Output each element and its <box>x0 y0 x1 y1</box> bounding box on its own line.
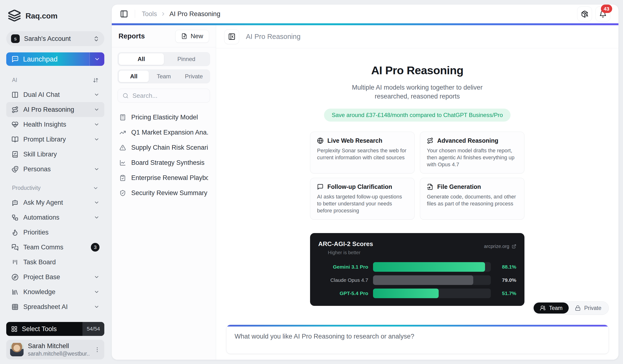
scope-tab-private[interactable]: Private <box>179 71 209 82</box>
sidebar-nav-productivity: Ask My Agent Automations Priorities Team… <box>6 195 104 314</box>
arc-bar-track <box>373 289 491 298</box>
report-item[interactable]: Board Strategy Synthesis <box>117 155 210 170</box>
route-icon <box>427 137 433 144</box>
arc-bar-row: Gemini 3.1 Pro88.1% <box>318 262 516 272</box>
tab-pinned[interactable]: Pinned <box>164 53 209 65</box>
launchpad-dropdown-toggle[interactable] <box>89 52 104 66</box>
ellipsis-vertical-icon[interactable] <box>94 346 100 353</box>
tab-all[interactable]: All <box>119 53 164 65</box>
heart-pulse-icon <box>12 121 19 128</box>
breadcrumb-current-page: AI Pro Reasoning <box>169 10 221 18</box>
search-icon <box>123 93 129 99</box>
toggle-team[interactable]: Team <box>534 302 569 314</box>
sidebar-item-project-base[interactable]: Project Base <box>6 270 104 284</box>
collapse-panel-button[interactable] <box>224 29 239 44</box>
chevron-down-icon <box>94 122 99 127</box>
new-report-button[interactable]: New <box>175 30 209 43</box>
user-name: Sarah Mitchell <box>28 342 90 350</box>
brand-logo: Raq.com <box>6 9 104 22</box>
sidebar-item-personas[interactable]: Personas <box>6 162 104 177</box>
sidebar-item-task-board[interactable]: Task Board <box>6 255 104 270</box>
prompt-composer <box>226 325 609 354</box>
sort-arrows-icon[interactable] <box>93 77 99 83</box>
chevrons-up-down-icon <box>93 36 99 42</box>
library-icon <box>12 289 19 296</box>
chart-line-icon <box>119 160 126 166</box>
feature-card-live-web-research: Live Web Research Perplexity Sonar searc… <box>310 132 415 173</box>
prompt-input[interactable] <box>226 326 609 354</box>
clipboard-check-icon <box>119 175 126 181</box>
breadcrumb-tools[interactable]: Tools <box>142 10 157 18</box>
arc-source-link[interactable]: arcprize.org <box>484 244 516 249</box>
reports-panel-title: Reports <box>118 32 145 40</box>
sidebar-item-skill-library[interactable]: Skill Library <box>6 147 104 162</box>
user-profile-card[interactable]: Sarah Mitchell sarah.mitchell@westbur... <box>6 340 104 360</box>
sidebar-item-ask-my-agent[interactable]: Ask My Agent <box>6 195 104 210</box>
select-tools-button[interactable]: Select Tools 54/54 <box>6 322 104 336</box>
arc-bar-row: Claude Opus 4.779.0% <box>318 275 516 285</box>
trending-up-icon <box>119 129 126 136</box>
select-tools-label: Select Tools <box>22 325 57 333</box>
account-name: Sarah's Account <box>24 35 71 43</box>
chevron-down-icon <box>94 304 99 310</box>
chevron-down-icon <box>94 56 100 62</box>
compass-icon <box>12 274 19 281</box>
sidebar-item-automations[interactable]: Automations <box>6 210 104 225</box>
sidebar-item-priorities[interactable]: Priorities <box>6 225 104 240</box>
sidebar-item-prompt-library[interactable]: Prompt Library <box>6 132 104 147</box>
section-label: Productivity <box>12 185 41 191</box>
workflow-icon <box>12 214 19 221</box>
sidebar-item-health-insights[interactable]: Health Insights <box>6 117 104 132</box>
shield-check-icon <box>119 190 126 196</box>
chevron-down-icon <box>94 92 99 98</box>
scope-tab-team[interactable]: Team <box>149 71 179 82</box>
sidebar-item-spreadsheet-ai[interactable]: Spreadsheet AI <box>6 299 104 314</box>
composer-area: Team Private <box>226 301 609 354</box>
panel-left-icon[interactable] <box>120 10 128 18</box>
scope-tab-all[interactable]: All <box>119 71 149 82</box>
main-card: Tools AI Pro Reasoning 43 Reports New <box>111 4 619 360</box>
arc-bar-value: 79.0% <box>496 277 516 283</box>
launchpad-main[interactable]: Launchpad <box>6 52 89 66</box>
chevron-down-icon <box>94 214 99 220</box>
route-icon <box>12 106 19 113</box>
arc-bar-fill <box>373 289 439 298</box>
toggle-private[interactable]: Private <box>569 302 608 314</box>
arc-bar-value: 88.1% <box>496 264 516 270</box>
report-item[interactable]: Pricing Elasticity Model <box>117 110 210 125</box>
panel-left-close-icon <box>228 33 236 40</box>
chevron-down-icon <box>94 200 99 205</box>
report-item[interactable]: Enterprise Renewal Playbook <box>117 170 210 186</box>
chevron-right-icon <box>160 11 166 17</box>
sidebar-item-team-comms[interactable]: Team Comms 3 <box>6 240 104 255</box>
arc-card-subtitle: Higher is better <box>318 250 373 256</box>
sidebar-item-dual-ai-chat[interactable]: Dual AI Chat <box>6 87 104 102</box>
launchpad-button[interactable]: Launchpad <box>6 52 104 66</box>
sidebar-section-productivity[interactable]: Productivity <box>6 185 104 191</box>
sidebar-section-ai: AI <box>6 77 104 83</box>
bot-icon <box>12 199 19 206</box>
avatar <box>10 343 23 356</box>
search-input[interactable] <box>133 92 205 100</box>
feature-cards: Live Web Research Perplexity Sonar searc… <box>310 132 524 220</box>
report-item[interactable]: Q1 Market Expansion Ana... <box>117 125 210 140</box>
arc-bar-track <box>373 275 491 285</box>
notifications-button[interactable]: 43 <box>595 6 610 21</box>
report-item[interactable]: Supply Chain Risk Scenarios <box>117 140 210 155</box>
sidebar-nav-ai: Dual AI Chat AI Pro Reasoning Health Ins… <box>6 87 104 177</box>
arc-agi-scores-card: ARC-AGI-2 Scores Higher is better arcpri… <box>310 233 524 306</box>
notifications-count-badge: 43 <box>601 4 612 13</box>
messages-icon <box>12 244 19 251</box>
package-search-button[interactable] <box>577 6 592 21</box>
hero-section: AI Pro Reasoning Multiple AI models work… <box>216 64 619 122</box>
visibility-toggle: Team Private <box>532 301 609 315</box>
book-check-icon <box>12 151 19 158</box>
account-switcher[interactable]: s Sarah's Account <box>6 31 104 46</box>
file-plus-icon <box>181 33 187 39</box>
package-search-icon <box>581 10 588 18</box>
chevron-down-icon <box>94 289 99 295</box>
report-item[interactable]: Security Review Summary <box>117 186 210 201</box>
flame-icon <box>12 229 19 236</box>
sidebar-item-ai-pro-reasoning[interactable]: AI Pro Reasoning <box>6 102 104 117</box>
sidebar-item-knowledge[interactable]: Knowledge <box>6 284 104 299</box>
